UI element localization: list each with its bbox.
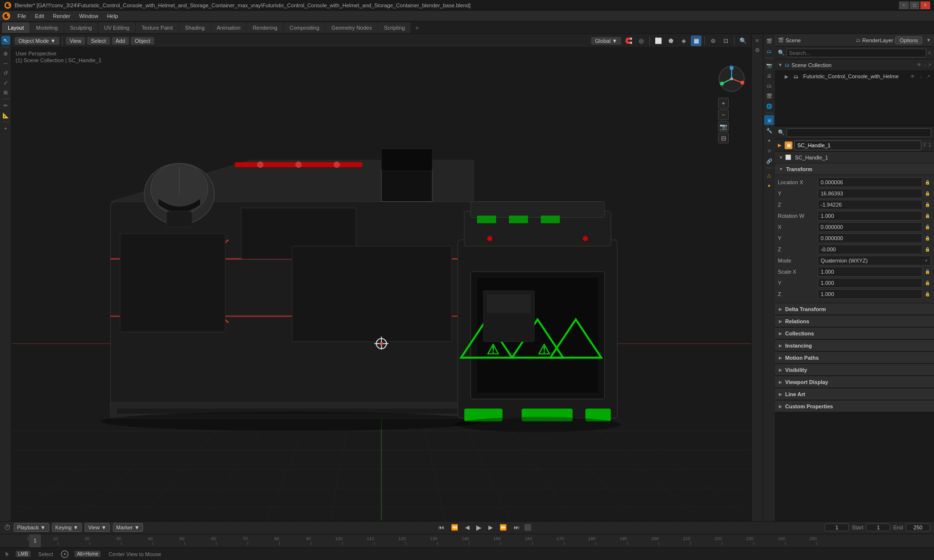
outliner-item-1[interactable]: ▶ 🗂 Futuristic_Control_Console_with_Helm… <box>775 71 934 82</box>
tool-cursor[interactable]: ⊕ <box>1 49 10 58</box>
tab-animation[interactable]: Animation <box>211 22 247 33</box>
select-menu-button[interactable]: Select <box>87 37 110 45</box>
jump-end-button[interactable]: ⏭ <box>512 523 521 532</box>
rotation-mode-select[interactable]: Quaternion (WXYZ) ▼ <box>818 256 931 265</box>
outliner-search-input[interactable] <box>787 49 926 57</box>
end-frame-input[interactable] <box>906 524 930 531</box>
location-z-value[interactable]: -1.94226 <box>818 200 922 210</box>
tab-geometry-nodes[interactable]: Geometry Nodes <box>325 22 377 33</box>
scale-z-lock[interactable]: 🔒 <box>923 290 931 298</box>
collection-expand-icon[interactable]: ▼ <box>778 62 783 68</box>
tool-select[interactable]: ↖ <box>1 36 10 45</box>
props-physics-icon[interactable]: ⚛ <box>764 146 774 156</box>
view-menu-button[interactable]: View <box>66 37 85 45</box>
location-z-lock[interactable]: 🔒 <box>923 201 931 209</box>
visibility-header[interactable]: ▶ Visibility <box>775 364 934 376</box>
blender-menu-logo[interactable] <box>2 12 11 20</box>
zoom-out-button[interactable]: − <box>718 109 729 120</box>
transform-section-header[interactable]: ▼ Transform <box>775 163 934 175</box>
camera-view-button[interactable]: 📷 <box>718 121 729 132</box>
add-menu-button[interactable]: Add <box>112 37 129 45</box>
proportional-edit-button[interactable]: ◎ <box>636 35 647 46</box>
props-object-icon[interactable]: ▣ <box>764 115 774 125</box>
item-hide-icon[interactable]: ↗ <box>926 74 930 79</box>
tool-add[interactable]: + <box>1 124 10 133</box>
nav-gizmo-container[interactable]: Z X Y <box>718 65 745 94</box>
maximize-button[interactable]: □ <box>910 1 919 9</box>
menu-render[interactable]: Render <box>49 12 74 20</box>
close-button[interactable]: × <box>920 1 930 9</box>
tab-texture-paint[interactable]: Texture Paint <box>136 22 179 33</box>
props-modifiers-icon[interactable]: 🔧 <box>764 125 774 135</box>
fake-user-button[interactable]: F <box>923 142 926 148</box>
stop-button[interactable] <box>524 524 531 531</box>
rotation-x-lock[interactable]: 🔒 <box>923 223 931 231</box>
location-y-lock[interactable]: 🔒 <box>923 190 931 197</box>
outliner-search-filter[interactable]: ≡ <box>928 50 931 55</box>
props-scene-icon[interactable]: 🎬 <box>764 36 774 46</box>
instancing-header[interactable]: ▶ Instancing <box>775 340 934 351</box>
timeline-clock-icon[interactable]: ⏱ <box>4 524 11 531</box>
current-frame-input[interactable] <box>825 524 849 531</box>
timeline-ruler[interactable]: 1 11020304050607080901001101201301401501… <box>0 534 934 547</box>
next-keyframe-button[interactable]: ▶ <box>486 523 495 532</box>
props-viewlayer-icon[interactable]: 🗂 <box>764 81 774 90</box>
playback-dropdown[interactable]: Playback ▼ <box>14 523 49 532</box>
collection-item-bar[interactable]: ▼ ⬜ SC_Handle_1 <box>775 152 934 163</box>
global-orient-button[interactable]: Global ▼ <box>591 37 621 45</box>
prev-frame-button[interactable]: ⏪ <box>449 523 460 532</box>
tool-measure[interactable]: 📐 <box>1 111 10 120</box>
menu-file[interactable]: File <box>14 12 30 20</box>
menu-edit[interactable]: Edit <box>31 12 48 20</box>
outliner-toggle[interactable]: ≡ <box>753 36 762 45</box>
tab-uv-editing[interactable]: UV Editing <box>98 22 135 33</box>
props-scene2-icon[interactable]: 🎬 <box>764 91 774 101</box>
tab-layout[interactable]: Layout <box>2 22 30 33</box>
rotation-y-value[interactable]: 0.000000 <box>818 233 922 243</box>
prev-keyframe-button[interactable]: ◀ <box>463 523 471 532</box>
scale-x-lock[interactable]: 🔒 <box>923 268 931 276</box>
outliner-filter-icon[interactable]: ▼ <box>926 37 931 43</box>
start-frame-input[interactable] <box>866 524 890 531</box>
props-material-icon[interactable]: ● <box>764 180 774 190</box>
tab-compositing[interactable]: Compositing <box>284 22 325 33</box>
jump-start-button[interactable]: ⏮ <box>436 523 446 532</box>
tab-modeling[interactable]: Modeling <box>30 22 64 33</box>
props-render-icon[interactable]: 📷 <box>764 60 774 70</box>
tool-move[interactable]: ↔ <box>1 59 10 68</box>
props-world-icon[interactable]: 🌐 <box>764 101 774 111</box>
tab-rendering[interactable]: Rendering <box>247 22 283 33</box>
add-workspace-button[interactable]: + <box>411 23 423 33</box>
tool-rotate[interactable]: ↺ <box>1 69 10 77</box>
tool-transform[interactable]: ⊞ <box>1 88 10 97</box>
zoom-in-button[interactable]: + <box>718 98 729 108</box>
menu-help[interactable]: Help <box>103 12 122 20</box>
item-eye-icon[interactable]: 👁 <box>910 74 915 79</box>
next-frame-button[interactable]: ⏩ <box>498 523 509 532</box>
line-art-header[interactable]: ▶ Line Art <box>775 388 934 400</box>
tool-scale[interactable]: ⤢ <box>1 78 10 87</box>
material-preview-button[interactable]: ◈ <box>678 35 689 46</box>
item-select-icon[interactable]: ↓ <box>920 74 922 79</box>
local-view-button[interactable]: ⊟ <box>718 133 729 143</box>
collection-eye-icon[interactable]: 👁 <box>917 62 922 68</box>
scale-y-value[interactable]: 1.000 <box>818 278 922 288</box>
tab-shading[interactable]: Shading <box>179 22 210 33</box>
scale-y-lock[interactable]: 🔒 <box>923 279 931 287</box>
scale-z-value[interactable]: 1.000 <box>818 289 922 299</box>
props-objectdata-icon[interactable]: △ <box>764 170 774 180</box>
xray-button[interactable]: ⊡ <box>720 35 731 46</box>
rendered-button[interactable]: ▦ <box>691 35 701 46</box>
outliner-options-button[interactable]: Options <box>895 36 922 44</box>
props-constraints-icon[interactable]: 🔗 <box>764 156 774 166</box>
motion-paths-header[interactable]: ▶ Motion Paths <box>775 352 934 364</box>
keying-dropdown[interactable]: Keying ▼ <box>52 523 82 532</box>
play-button[interactable]: ▶ <box>474 523 484 532</box>
rotation-z-lock[interactable]: 🔒 <box>923 245 931 253</box>
location-x-value[interactable]: 0.000006 <box>818 177 922 187</box>
properties-toggle[interactable]: ⚙ <box>753 46 762 54</box>
collections-header[interactable]: ▶ Collections <box>775 328 934 339</box>
tool-annotate[interactable]: ✏ <box>1 101 10 110</box>
rotation-z-value[interactable]: -0.000 <box>818 245 922 254</box>
viewport-display-header[interactable]: ▶ Viewport Display <box>775 376 934 388</box>
